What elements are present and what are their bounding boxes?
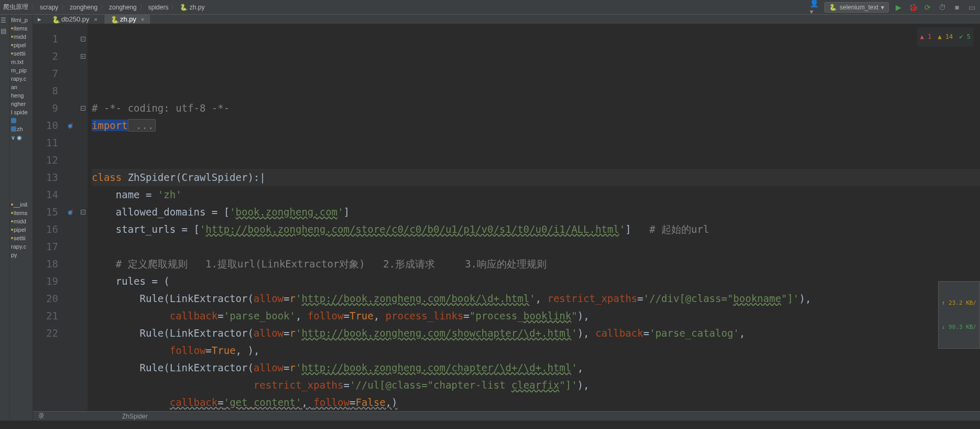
python-icon: 🐍 bbox=[829, 4, 837, 11]
toolbar-right: 👤▾ 🐍 selenium_text ▾ ▶ 🐞 ⟳ ⏱ ■ ▭ bbox=[810, 2, 977, 13]
breadcrumb-item[interactable]: scrapy bbox=[40, 4, 58, 11]
chevron-down-icon: ▾ bbox=[881, 4, 884, 11]
override-gutter-icon[interactable]: ◉↑ bbox=[68, 203, 72, 221]
tabs-menu-icon[interactable]: ▸ bbox=[33, 15, 46, 24]
editor-tab[interactable]: 🐍zh.py× bbox=[104, 15, 151, 24]
fold-toggle[interactable]: − bbox=[81, 106, 85, 111]
code-line[interactable]: rules = ( bbox=[92, 273, 980, 290]
add-config-icon[interactable]: 👤▾ bbox=[810, 2, 820, 13]
python-file-icon: 🐍 bbox=[52, 16, 59, 23]
inspection-indicator[interactable]: ▲ 1 ▲ 14 ✔ 5 bbox=[917, 27, 974, 47]
code-line[interactable]: name = 'zh' bbox=[92, 186, 980, 203]
status-left: 录 bbox=[38, 412, 91, 421]
project-tree-item[interactable]: __init bbox=[10, 200, 32, 209]
project-tree-item[interactable] bbox=[10, 175, 32, 184]
project-tree-item[interactable]: rapy.c bbox=[10, 74, 32, 83]
code-line[interactable]: class ZhSpider(CrawlSpider):| bbox=[92, 169, 980, 186]
project-tree-item[interactable]: pipel bbox=[10, 226, 32, 234]
code-line[interactable]: callback='parse_book', follow=True, proc… bbox=[92, 307, 980, 325]
project-tree-item[interactable]: settii bbox=[10, 234, 32, 242]
line-number-gutter: 1278910111213141516171819202122 bbox=[33, 24, 62, 411]
code-line[interactable]: Rule(LinkExtractor(allow=r'http://book.z… bbox=[92, 359, 980, 377]
project-tree-item[interactable]: heng bbox=[10, 91, 32, 100]
project-tree-item[interactable]: an bbox=[10, 83, 32, 91]
project-tree-item[interactable]: ngher bbox=[10, 100, 32, 108]
fold-toggle[interactable]: + bbox=[81, 54, 85, 59]
status-bar: 录 ZhSpider bbox=[33, 411, 980, 421]
code-line[interactable]: Rule(LinkExtractor(allow=r'http://book.z… bbox=[92, 290, 980, 307]
project-tree-item[interactable] bbox=[10, 116, 32, 125]
debug-button[interactable]: 🐞 bbox=[908, 2, 918, 13]
project-tree-item[interactable] bbox=[10, 184, 32, 192]
project-tree-item[interactable] bbox=[10, 192, 32, 200]
project-tool-icon[interactable]: ☰ bbox=[1, 17, 9, 25]
code-editor[interactable]: 1278910111213141516171819202122 ◉↑◉↑ −+−… bbox=[33, 24, 980, 411]
project-tree-item[interactable]: items bbox=[10, 209, 32, 217]
project-tree-item[interactable]: midd bbox=[10, 33, 32, 41]
fold-toggle[interactable]: − bbox=[81, 210, 85, 214]
project-tree-item[interactable]: l spide bbox=[10, 108, 32, 116]
fold-toggle[interactable]: − bbox=[81, 37, 85, 41]
code-line[interactable] bbox=[92, 152, 980, 169]
project-tree-item[interactable]: rapy.c bbox=[10, 242, 32, 251]
python-file-icon: 🐍 bbox=[111, 16, 117, 23]
code-line[interactable]: allowed_domains = ['book.zongheng.com'] bbox=[92, 203, 980, 221]
project-tree-item[interactable]: settii bbox=[10, 49, 32, 58]
editor-area: ▸ 🐍db250.py×🐍zh.py× 12789101112131415161… bbox=[33, 15, 980, 421]
breadcrumb-item[interactable]: 🐍 zh.py bbox=[180, 4, 204, 11]
network-speed-widget: ↑ 23.2 KB/ ↓ 90.3 KB/ bbox=[938, 281, 980, 349]
editor-context-breadcrumb[interactable]: ZhSpider bbox=[122, 413, 148, 420]
code-line[interactable] bbox=[92, 238, 980, 255]
override-gutter-icon[interactable]: ◉↑ bbox=[68, 117, 72, 134]
fold-strip[interactable]: −+−− bbox=[78, 24, 88, 411]
gutter-icons: ◉↑◉↑ bbox=[62, 24, 78, 411]
breadcrumb-item[interactable]: zongheng bbox=[109, 4, 137, 11]
close-icon[interactable]: × bbox=[94, 16, 97, 23]
project-tree-item[interactable]: py bbox=[10, 251, 32, 259]
weak-warning-count: ✔ 5 bbox=[959, 28, 971, 46]
code-line[interactable]: # 定义爬取规则 1.提取url(LinkExtractor对象) 2.形成请求… bbox=[92, 255, 980, 273]
project-tree-item[interactable]: items bbox=[10, 24, 32, 33]
structure-tool-icon[interactable]: ▤ bbox=[1, 27, 9, 36]
breadcrumb-item[interactable]: spiders bbox=[148, 4, 169, 11]
coverage-button[interactable]: ⟳ bbox=[922, 2, 933, 13]
project-tree-item[interactable] bbox=[10, 167, 32, 175]
project-tree-item[interactable] bbox=[10, 158, 32, 167]
project-tree-item[interactable]: zh bbox=[10, 125, 32, 133]
project-tree-item[interactable]: pipel bbox=[10, 41, 32, 49]
error-count: ▲ 1 bbox=[920, 28, 932, 46]
run-button[interactable]: ▶ bbox=[893, 2, 903, 13]
tab-label: zh.py bbox=[120, 15, 136, 23]
breadcrumb-item[interactable]: zongheng bbox=[70, 4, 97, 11]
project-tree-item[interactable] bbox=[10, 142, 32, 150]
project-tree-item[interactable]: m_pip bbox=[10, 66, 32, 74]
code-line[interactable]: # -*- coding: utf-8 -*- bbox=[92, 100, 980, 117]
profile-button[interactable]: ⏱ bbox=[937, 2, 948, 13]
breadcrumb-item[interactable]: 爬虫原理 bbox=[3, 3, 28, 12]
code-line[interactable]: callback='get_content', follow=False,) bbox=[92, 394, 980, 411]
breadcrumb[interactable]: 爬虫原理〉scrapy〉zongheng〉zongheng〉spiders〉🐍 … bbox=[3, 3, 810, 12]
stop-button[interactable]: ■ bbox=[952, 2, 962, 13]
project-tree-item[interactable] bbox=[10, 150, 32, 158]
run-configuration-selector[interactable]: 🐍 selenium_text ▾ bbox=[824, 2, 889, 13]
project-tree-item[interactable]: midd bbox=[10, 217, 32, 226]
warning-count: ▲ 14 bbox=[938, 28, 953, 46]
editor-tab[interactable]: 🐍db250.py× bbox=[46, 15, 104, 24]
code-line[interactable]: follow=True, ), bbox=[92, 342, 980, 359]
code-line[interactable]: restrict_xpaths='//ul[@class="chapter-li… bbox=[92, 377, 980, 394]
code-line[interactable]: import ... bbox=[92, 117, 980, 134]
run-config-label: selenium_text bbox=[840, 4, 878, 11]
code-line[interactable] bbox=[92, 134, 980, 152]
project-tree-item[interactable]: ∨ ◉ bbox=[10, 133, 32, 142]
search-everywhere-icon[interactable]: ▭ bbox=[966, 2, 977, 13]
tab-label: db250.py bbox=[61, 15, 90, 23]
project-tree[interactable]: filmi_pitemsmiddpipelsettiim.txtm_piprap… bbox=[10, 15, 33, 421]
editor-tabs: ▸ 🐍db250.py×🐍zh.py× bbox=[33, 15, 980, 24]
project-tree-item[interactable]: m.txt bbox=[10, 58, 32, 66]
code-content[interactable]: ▲ 1 ▲ 14 ✔ 5 ↑ 23.2 KB/ ↓ 90.3 KB/ # -*-… bbox=[88, 24, 980, 411]
project-tree-item[interactable]: filmi_p bbox=[10, 16, 32, 24]
code-line[interactable]: Rule(LinkExtractor(allow=r'http://book.z… bbox=[92, 325, 980, 342]
close-icon[interactable]: × bbox=[141, 16, 144, 23]
code-line[interactable]: start_urls = ['http://book.zongheng.com/… bbox=[92, 221, 980, 238]
python-file-icon: 🐍 bbox=[180, 4, 188, 11]
